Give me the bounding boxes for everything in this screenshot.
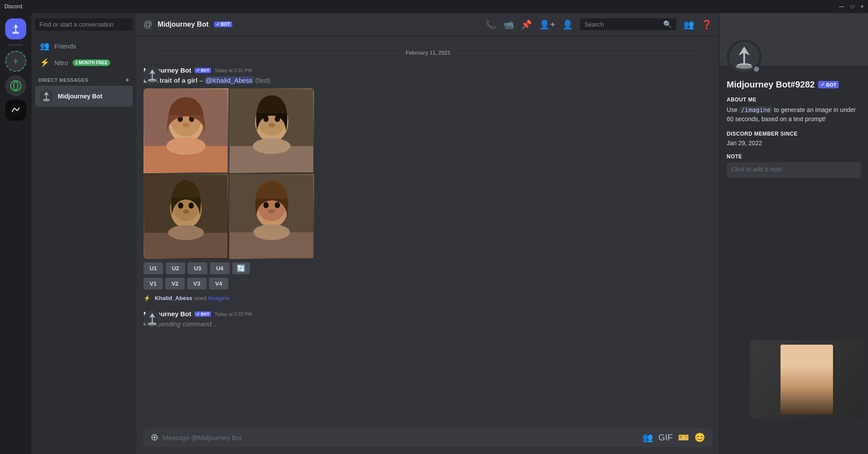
home-icon[interactable] — [5, 18, 26, 39]
v3-button[interactable]: V3 — [187, 278, 206, 290]
search-icon: 🔍 — [663, 20, 672, 28]
system-command[interactable]: /imagine — [208, 295, 229, 301]
add-friend-icon[interactable]: 👤+ — [539, 19, 555, 30]
date-divider: February 11, 2023 — [158, 50, 698, 56]
panel-about-title: ABOUT ME — [727, 97, 861, 103]
svg-point-38 — [736, 65, 752, 69]
panel-member-date: Jan 29, 2022 — [727, 140, 861, 147]
maximize-button[interactable]: □ — [851, 3, 854, 10]
system-action: used — [194, 295, 208, 301]
message-1-timestamp: Today at 3:31 PM — [214, 68, 252, 73]
sticker-icon[interactable]: 🎫 — [678, 432, 689, 443]
titlebar-controls[interactable]: — □ × — [839, 3, 864, 10]
dm-sidebar: 👥 Friends ⚡ Nitro 1 MONTH FREE DIRECT ME… — [32, 13, 136, 454]
channel-bot-badge: ✓ BOT — [214, 21, 232, 27]
date-line-right — [455, 53, 698, 53]
svg-point-3 — [43, 100, 50, 101]
header-search[interactable]: 🔍 — [580, 18, 676, 30]
nitro-nav-item[interactable]: ⚡ Nitro 1 MONTH FREE — [35, 54, 133, 71]
dm-section-label: DIRECT MESSAGES — [38, 77, 88, 83]
nitro-badge: 1 MONTH FREE — [73, 59, 110, 66]
members-icon[interactable]: 👥 — [683, 19, 694, 30]
panel-note-input[interactable]: Click to add a note — [727, 162, 861, 178]
add-server-button[interactable]: + — [5, 51, 26, 72]
dm-section-header: DIRECT MESSAGES + — [32, 73, 136, 86]
system-icon: ⚡ — [144, 295, 150, 301]
svg-point-32 — [263, 202, 269, 208]
svg-point-4 — [147, 80, 157, 82]
v1-button[interactable]: V1 — [144, 278, 163, 290]
nitro-icon: ⚡ — [39, 58, 50, 67]
v2-button[interactable]: V2 — [165, 278, 185, 290]
message-input-area: ⊕ 👥 GIF 🎫 😊 — [136, 428, 719, 454]
portrait-4 — [229, 174, 314, 259]
action-buttons-row1: U1 U2 U3 U4 🔄 — [144, 262, 712, 274]
friends-nav-item[interactable]: 👥 Friends — [35, 38, 133, 54]
message-fast: (fast) — [255, 77, 270, 84]
message-input[interactable] — [163, 430, 638, 446]
panel-about-text: Use /imagine to generate an image in und… — [727, 105, 861, 124]
sending-text: Sending command... — [157, 319, 217, 328]
u4-button[interactable]: U4 — [210, 262, 230, 274]
dm-search-area[interactable] — [32, 13, 136, 36]
panel-info: Midjourney Bot#9282 ✓ BOT ABOUT ME Use /… — [720, 66, 868, 185]
refresh-button[interactable]: 🔄 — [232, 262, 250, 274]
panel-cmd-highlight: /imagine — [739, 106, 772, 113]
svg-point-28 — [168, 225, 204, 240]
check-icon: ✓ — [216, 22, 220, 27]
svg-point-37 — [147, 323, 157, 325]
v4-button[interactable]: V4 — [209, 278, 228, 290]
message-input-box[interactable]: ⊕ 👥 GIF 🎫 😊 — [144, 428, 712, 447]
guild-separator — [9, 45, 23, 45]
dm-add-button[interactable]: + — [125, 76, 130, 84]
svg-point-18 — [268, 123, 275, 127]
emoji-icon[interactable]: 😊 — [694, 432, 705, 443]
channel-at-icon: @ — [144, 19, 152, 29]
message-2-header: Midjourney Bot ✓ BOT Today at 3:32 PM — [144, 310, 712, 318]
attach-icon[interactable]: ⊕ — [150, 432, 158, 443]
emoji-faces-icon[interactable]: 👥 — [642, 432, 653, 443]
ai-server-icon[interactable] — [5, 100, 26, 121]
message-mention[interactable]: @Khalid_Abess — [205, 77, 253, 84]
u1-button[interactable]: U1 — [144, 262, 163, 274]
svg-point-36 — [253, 224, 290, 240]
panel-member-title: DISCORD MEMBER SINCE — [727, 131, 861, 137]
panel-username-area: Midjourney Bot#9282 ✓ BOT — [727, 80, 861, 90]
video-icon[interactable]: 📹 — [503, 19, 514, 30]
message-2-content: Midjourney Bot ✓ BOT Today at 3:32 PM Se… — [144, 310, 712, 328]
minimize-button[interactable]: — — [839, 3, 844, 10]
midjourney-dm-avatar — [39, 89, 53, 103]
panel-about-me: ABOUT ME Use /imagine to generate an ima… — [727, 97, 861, 124]
u3-button[interactable]: U3 — [188, 262, 207, 274]
svg-point-0 — [12, 32, 20, 34]
panel-avatar-area — [720, 13, 868, 66]
u2-button[interactable]: U2 — [166, 262, 186, 274]
call-icon[interactable]: 📞 — [485, 19, 496, 30]
panel-status-ring — [752, 65, 761, 73]
svg-point-1 — [10, 80, 21, 91]
header-actions: 📞 📹 📌 👤+ 👤 🔍 👥 ❓ — [485, 18, 712, 30]
video-person — [780, 345, 833, 415]
inbox-icon[interactable]: 👤 — [562, 19, 573, 30]
system-username[interactable]: Khalid_Abess — [155, 295, 192, 301]
bot-avatar-1 — [144, 66, 161, 84]
panel-note-section: NOTE Click to add a note — [727, 154, 861, 178]
help-icon[interactable]: ❓ — [701, 19, 712, 30]
pin-icon[interactable]: 📌 — [521, 19, 532, 30]
portrait-3 — [144, 174, 228, 259]
messages-area: February 11, 2023 Midjourney Bot — [136, 36, 719, 428]
search-input[interactable] — [584, 21, 660, 28]
gif-icon[interactable]: GIF — [658, 433, 673, 443]
panel-check-icon: ✓ — [821, 82, 825, 87]
image-grid — [144, 88, 314, 259]
dm-search-input[interactable] — [35, 18, 133, 31]
dm-midjourney-item[interactable]: Midjourney Bot — [35, 86, 133, 107]
message-2-timestamp: Today at 3:32 PM — [214, 311, 252, 317]
explore-button[interactable] — [5, 75, 26, 96]
dm-nav: 👥 Friends ⚡ Nitro 1 MONTH FREE — [32, 36, 136, 73]
close-button[interactable]: × — [861, 3, 864, 10]
panel-username-text: Midjourney Bot#9282 — [727, 80, 815, 90]
system-message: ⚡ Khalid_Abess used /imagine — [136, 293, 719, 303]
channel-header: @ Midjourney Bot ✓ BOT 📞 📹 📌 👤+ 👤 🔍 👥 ❓ — [136, 13, 719, 36]
titlebar: Discord — □ × — [0, 0, 868, 13]
